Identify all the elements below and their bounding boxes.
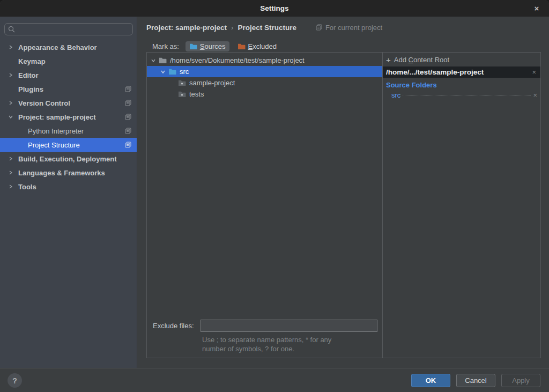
tree-row-label: tests xyxy=(189,90,204,98)
cancel-button[interactable]: Cancel xyxy=(456,374,495,387)
apply-button[interactable]: Apply xyxy=(501,374,540,387)
tree-row-label: src xyxy=(180,68,189,76)
exclude-files-label: Exclude files: xyxy=(153,322,194,330)
search-icon xyxy=(8,26,15,33)
settings-search-box[interactable] xyxy=(4,23,133,35)
dotted-leader xyxy=(403,95,531,96)
chevron-right-icon xyxy=(8,183,14,190)
sidebar-item-keymap[interactable]: Keymap xyxy=(0,54,137,68)
source-folder-icon xyxy=(168,68,176,75)
sidebar-item-appearance-behavior[interactable]: Appearance & Behavior xyxy=(0,40,137,54)
remove-content-root-icon[interactable]: × xyxy=(532,68,536,76)
close-icon[interactable]: × xyxy=(529,0,545,17)
main-content: Project: sample-project › Project Struct… xyxy=(138,17,549,368)
tree-row-label: sample-project xyxy=(189,79,235,87)
settings-dialog: Settings × Appearance & Behavior Keymap … xyxy=(0,0,549,392)
mark-as-toolbar: Mark as: Sources Excluded xyxy=(152,40,280,53)
dialog-footer: ? OK Cancel Apply xyxy=(0,368,549,392)
sidebar-item-languages-frameworks[interactable]: Languages & Frameworks xyxy=(0,166,137,180)
sidebar-item-build-execution-deployment[interactable]: Build, Execution, Deployment xyxy=(0,152,137,166)
source-folder-item[interactable]: src × xyxy=(391,91,537,102)
dialog-title: Settings xyxy=(260,4,288,12)
directory-tree: /home/sven/Dokumente/test/sample-project… xyxy=(147,55,382,100)
exclude-files-input[interactable] xyxy=(201,320,377,332)
content-root-item[interactable]: /home/.../test/sample-project × xyxy=(383,66,540,78)
folder-icon xyxy=(178,91,186,98)
context-note-label: For current project xyxy=(325,24,382,32)
sidebar-item-tools[interactable]: Tools xyxy=(0,180,137,194)
chevron-right-icon xyxy=(8,156,14,162)
sources-folder-icon xyxy=(189,43,197,50)
breadcrumb-separator: › xyxy=(231,24,233,32)
chevron-right-icon xyxy=(8,72,14,78)
settings-sidebar: Appearance & Behavior Keymap Editor Plug… xyxy=(0,17,137,368)
context-note: For current project xyxy=(316,24,382,32)
plus-icon: + xyxy=(386,56,391,63)
per-project-icon xyxy=(316,24,322,31)
title-bar: Settings × xyxy=(0,0,549,17)
breadcrumb: Project: sample-project › Project Struct… xyxy=(146,20,544,34)
mark-as-excluded-button[interactable]: Excluded xyxy=(234,41,280,51)
source-folder-name: src xyxy=(391,91,400,99)
chevron-right-icon xyxy=(8,169,14,176)
exclude-files-section: Exclude files: Use ; to separate name pa… xyxy=(147,320,382,353)
sidebar-item-version-control[interactable]: Version Control xyxy=(0,96,137,110)
per-project-icon xyxy=(125,114,131,120)
per-project-icon xyxy=(125,142,131,148)
per-project-icon xyxy=(125,100,131,106)
content-root-path: /home/.../test/sample-project xyxy=(386,68,532,76)
sidebar-menu: Appearance & Behavior Keymap Editor Plug… xyxy=(0,40,137,194)
sidebar-item-project-structure[interactable]: Project Structure xyxy=(0,138,137,152)
help-button[interactable]: ? xyxy=(8,373,22,388)
tree-row-root[interactable]: /home/sven/Dokumente/test/sample-project xyxy=(147,55,382,66)
ok-button[interactable]: OK xyxy=(411,374,450,387)
search-input[interactable] xyxy=(18,25,129,33)
remove-source-folder-icon[interactable]: × xyxy=(533,91,537,99)
tree-row-label: /home/sven/Dokumente/test/sample-project xyxy=(170,56,305,64)
chevron-down-icon xyxy=(150,57,157,64)
breadcrumb-project[interactable]: Project: sample-project xyxy=(146,24,227,32)
content-root-tree-panel: /home/sven/Dokumente/test/sample-project… xyxy=(147,53,383,358)
sidebar-item-editor[interactable]: Editor xyxy=(0,68,137,82)
chevron-right-icon xyxy=(8,44,14,50)
per-project-icon xyxy=(125,86,131,92)
structure-panels: /home/sven/Dokumente/test/sample-project… xyxy=(146,52,541,358)
chevron-down-icon xyxy=(160,69,166,75)
per-project-icon xyxy=(125,128,131,134)
breadcrumb-page: Project Structure xyxy=(238,24,296,32)
mark-as-sources-button[interactable]: Sources xyxy=(186,41,229,51)
excluded-folder-icon xyxy=(238,43,246,50)
sidebar-item-python-interpreter[interactable]: Python Interpreter xyxy=(0,124,137,138)
add-content-root-button[interactable]: + Add Content Root xyxy=(386,56,449,64)
tree-row-tests[interactable]: tests xyxy=(147,88,382,100)
sidebar-item-plugins[interactable]: Plugins xyxy=(0,82,137,96)
source-folders-heading: Source Folders xyxy=(386,81,437,89)
tree-row-sample-project[interactable]: sample-project xyxy=(147,77,382,88)
folder-icon xyxy=(159,57,167,64)
content-root-detail-panel: + Add Content Root /home/.../test/sample… xyxy=(383,53,540,358)
chevron-down-icon xyxy=(8,114,14,120)
tree-row-src[interactable]: src xyxy=(147,66,382,77)
sidebar-item-project-sample-project[interactable]: Project: sample-project xyxy=(0,110,137,124)
exclude-files-hint: Use ; to separate name patterns, * for a… xyxy=(202,335,379,353)
mark-as-label: Mark as: xyxy=(152,42,179,50)
folder-icon xyxy=(178,79,186,86)
chevron-right-icon xyxy=(8,100,14,106)
